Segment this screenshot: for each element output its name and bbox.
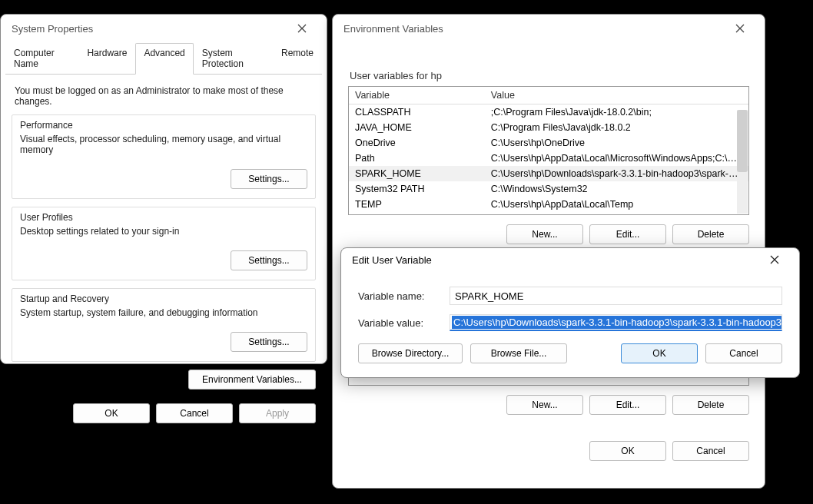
system-vars-buttons: New... Edit... Delete xyxy=(348,395,749,415)
system-new-button[interactable]: New... xyxy=(506,395,583,415)
var-name-cell: SPARK_HOME xyxy=(349,166,485,181)
user-edit-button[interactable]: Edit... xyxy=(589,224,666,244)
user-variables-label: User variables for hp xyxy=(350,70,748,81)
startup-desc: System startup, system failure, and debu… xyxy=(20,307,307,318)
startup-recovery-group: Startup and Recovery System startup, sys… xyxy=(12,288,316,362)
var-value-cell: C:\Windows\System32 xyxy=(485,181,748,197)
scrollbar-thumb[interactable] xyxy=(737,110,748,172)
user-profiles-settings-button[interactable]: Settings... xyxy=(231,250,307,270)
tab-advanced[interactable]: Advanced xyxy=(135,43,193,75)
var-value-cell: C:\Users\hp\AppData\Local\Microsoft\Wind… xyxy=(485,151,748,166)
user-delete-button[interactable]: Delete xyxy=(672,224,749,244)
editvar-ok-button[interactable]: OK xyxy=(621,343,698,363)
variable-value-label: Variable value: xyxy=(358,317,439,329)
table-row[interactable]: System32 PATHC:\Windows\System32 xyxy=(349,181,748,197)
user-vars-buttons: New... Edit... Delete xyxy=(348,224,749,244)
variable-value-input[interactable]: C:\Users\hp\Downloads\spark-3.3.1-bin-ha… xyxy=(450,314,782,331)
editvar-button-bar: Browse Directory... Browse File... OK Ca… xyxy=(341,336,799,376)
performance-desc: Visual effects, processor scheduling, me… xyxy=(20,134,307,155)
user-profiles-title: User Profiles xyxy=(20,212,307,223)
table-row[interactable]: TEMPC:\Users\hp\AppData\Local\Temp xyxy=(349,197,748,212)
startup-title: Startup and Recovery xyxy=(20,293,307,304)
browse-directory-button[interactable]: Browse Directory... xyxy=(358,343,463,363)
dialog-title: Edit User Variable xyxy=(352,254,432,266)
window-title: System Properties xyxy=(12,23,93,35)
admin-note: You must be logged on as an Administrato… xyxy=(15,85,316,107)
var-name-cell: JAVA_HOME xyxy=(349,120,485,135)
environment-variables-button[interactable]: Environment Variables... xyxy=(188,370,316,390)
apply-button[interactable]: Apply xyxy=(239,403,316,423)
var-value-cell: C:\Users\hp\Downloads\spark-3.3.1-bin-ha… xyxy=(485,166,748,181)
startup-settings-button[interactable]: Settings... xyxy=(231,332,307,352)
table-row[interactable]: OneDriveC:\Users\hp\OneDrive xyxy=(349,135,748,151)
scrollbar[interactable] xyxy=(737,110,748,214)
table-row[interactable]: JAVA_HOMEC:\Program Files\Java\jdk-18.0.… xyxy=(349,120,748,135)
env-dialog-buttons: OK Cancel xyxy=(348,441,749,461)
var-value-cell: ;C:\Program Files\Java\jdk-18.0.2\bin; xyxy=(485,104,748,121)
tab-system-protection[interactable]: System Protection xyxy=(194,43,273,75)
edit-user-variable-dialog: Edit User Variable Variable name: Variab… xyxy=(340,247,800,378)
var-value-cell: C:\Users\hp\OneDrive xyxy=(485,135,748,151)
col-variable[interactable]: Variable xyxy=(349,87,485,104)
browse-file-button[interactable]: Browse File... xyxy=(470,343,567,363)
performance-settings-button[interactable]: Settings... xyxy=(231,169,307,189)
env-ok-button[interactable]: OK xyxy=(589,441,666,461)
table-row[interactable]: PathC:\Users\hp\AppData\Local\Microsoft\… xyxy=(349,151,748,166)
var-name-cell: Path xyxy=(349,151,485,166)
titlebar: System Properties xyxy=(1,15,327,42)
ok-button[interactable]: OK xyxy=(73,403,150,423)
sysprops-button-row: OK Cancel Apply xyxy=(1,397,327,433)
variable-value-row: Variable value: C:\Users\hp\Downloads\sp… xyxy=(341,310,799,336)
variable-name-label: Variable name: xyxy=(358,290,439,302)
window-title: Environment Variables xyxy=(343,23,443,35)
var-name-cell: CLASSPATH xyxy=(349,104,485,121)
close-icon[interactable] xyxy=(725,18,755,39)
var-name-cell: OneDrive xyxy=(349,135,485,151)
variable-value-text: C:\Users\hp\Downloads\spark-3.3.1-bin-ha… xyxy=(452,316,782,329)
system-properties-window: System Properties Computer Name Hardware… xyxy=(0,14,327,364)
close-icon[interactable] xyxy=(759,249,790,270)
var-name-cell: System32 PATH xyxy=(349,181,485,197)
table-row[interactable]: SPARK_HOMEC:\Users\hp\Downloads\spark-3.… xyxy=(349,166,748,181)
advanced-panel: You must be logged on as an Administrato… xyxy=(1,75,327,397)
col-value[interactable]: Value xyxy=(485,87,748,104)
cancel-button[interactable]: Cancel xyxy=(156,403,233,423)
titlebar: Edit User Variable xyxy=(341,248,799,271)
var-value-cell: C:\Users\hp\AppData\Local\Temp xyxy=(485,197,748,212)
system-edit-button[interactable]: Edit... xyxy=(589,395,666,415)
user-profiles-desc: Desktop settings related to your sign-in xyxy=(20,226,307,237)
user-profiles-group: User Profiles Desktop settings related t… xyxy=(12,207,316,280)
user-variables-list[interactable]: Variable Value CLASSPATH;C:\Program File… xyxy=(348,86,749,215)
table-row[interactable]: CLASSPATH;C:\Program Files\Java\jdk-18.0… xyxy=(349,104,748,121)
tab-remote[interactable]: Remote xyxy=(273,43,322,75)
system-delete-button[interactable]: Delete xyxy=(672,395,749,415)
variable-name-input[interactable] xyxy=(450,287,782,305)
tab-computer-name[interactable]: Computer Name xyxy=(5,43,78,75)
tab-hardware[interactable]: Hardware xyxy=(78,43,135,75)
sysprops-tabs: Computer Name Hardware Advanced System P… xyxy=(5,42,322,75)
env-cancel-button[interactable]: Cancel xyxy=(672,441,749,461)
var-value-cell: C:\Program Files\Java\jdk-18.0.2 xyxy=(485,120,748,135)
editvar-cancel-button[interactable]: Cancel xyxy=(705,343,782,363)
user-new-button[interactable]: New... xyxy=(506,224,583,244)
titlebar: Environment Variables xyxy=(333,15,765,42)
var-name-cell: TEMP xyxy=(349,197,485,212)
performance-group: Performance Visual effects, processor sc… xyxy=(12,114,316,199)
performance-title: Performance xyxy=(20,120,307,131)
close-icon[interactable] xyxy=(287,18,317,39)
variable-name-row: Variable name: xyxy=(341,282,799,310)
